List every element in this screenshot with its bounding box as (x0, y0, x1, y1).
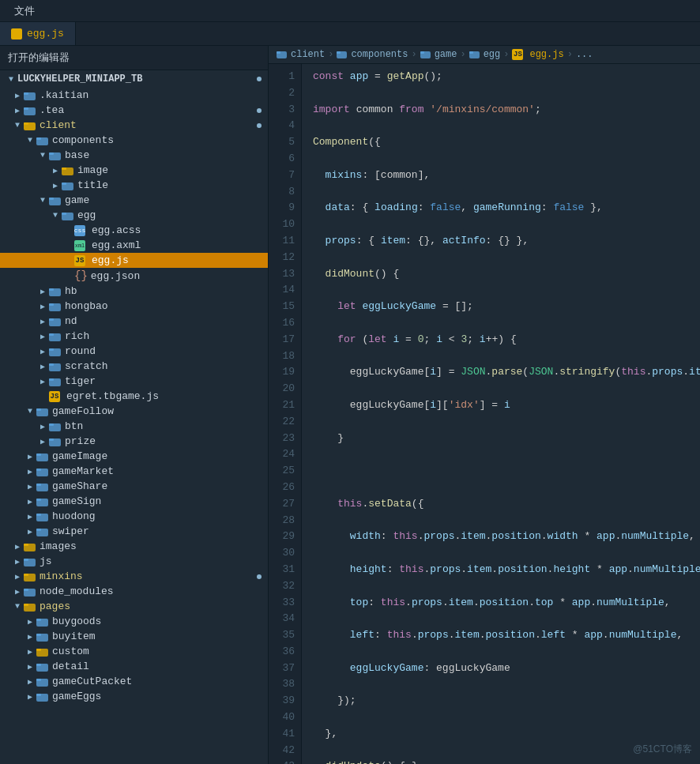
client-dot (257, 123, 262, 128)
folder-nd-label: nd (65, 315, 77, 327)
folder-client[interactable]: ▼ client (0, 118, 268, 133)
folder-detail[interactable]: ▶ detail (0, 659, 268, 674)
arrow-buyitem: ▶ (24, 632, 36, 642)
folder-title[interactable]: ▶ title (0, 178, 268, 193)
arrow-round: ▶ (36, 347, 49, 356)
folder-components-icon (36, 135, 49, 146)
arrow-gamesign: ▶ (24, 497, 36, 506)
folder-egg-label: egg (77, 209, 96, 221)
folder-pages-label: pages (40, 600, 70, 612)
file-egret-icon: JS (49, 391, 60, 402)
menu-file[interactable]: 文件 (8, 4, 41, 18)
folder-minxins-label: minxins (40, 570, 83, 582)
file-egret-tbgame[interactable]: ▶ JS egret.tbgame.js (0, 389, 268, 404)
folder-components[interactable]: ▼ components (0, 133, 268, 148)
folder-node-modules-label: node_modules (40, 585, 114, 597)
sidebar-tree[interactable]: ▼ LUCKYHELPER_MINIAPP_TB ▶ .kaitian ▶ .t… (0, 70, 268, 764)
project-root[interactable]: ▼ LUCKYHELPER_MINIAPP_TB (0, 70, 268, 88)
folder-hongbao[interactable]: ▶ hongbao (0, 299, 268, 314)
folder-gameeggs[interactable]: ▶ gameEggs (0, 689, 268, 704)
svg-rect-3 (24, 107, 28, 110)
arrow-gamemarket: ▶ (24, 467, 36, 476)
folder-image[interactable]: ▶ image (0, 163, 268, 178)
arrow-client: ▼ (11, 121, 24, 130)
folder-gameimage-icon (36, 451, 49, 462)
folder-scratch[interactable]: ▶ scratch (0, 359, 268, 374)
code-area[interactable]: 12345 678910 1112131415 1617181920 21222… (269, 64, 700, 764)
folder-gameshare[interactable]: ▶ gameShare (0, 479, 268, 494)
arrow-hb: ▶ (36, 287, 49, 296)
file-egg-js-label: egg.js (92, 254, 129, 266)
arrow-egg: ▼ (49, 211, 62, 220)
folder-gamesign-icon (36, 496, 49, 507)
project-name-label: LUCKYHELPER_MINIAPP_TB (17, 73, 142, 85)
folder-hongbao-icon (49, 301, 62, 312)
folder-images-label: images (40, 540, 77, 552)
file-egg-acss[interactable]: ▶ css egg.acss (0, 223, 268, 238)
folder-round[interactable]: ▶ round (0, 344, 268, 359)
folder-node-modules[interactable]: ▶ node_modules (0, 584, 268, 599)
tab-file-icon (11, 28, 22, 40)
folder-prize[interactable]: ▶ prize (0, 434, 268, 449)
folder-tiger[interactable]: ▶ tiger (0, 374, 268, 389)
folder-gamecutpacket-label: gameCutPacket (52, 676, 132, 687)
folder-btn[interactable]: ▶ btn (0, 419, 268, 434)
minxins-dot (257, 574, 262, 579)
svg-rect-57 (24, 589, 28, 591)
folder-kaitian[interactable]: ▶ .kaitian (0, 88, 268, 103)
folder-gamemarket[interactable]: ▶ gameMarket (0, 464, 268, 479)
folder-client-icon (24, 120, 36, 131)
folder-gamefollow[interactable]: ▼ gameFollow (0, 404, 268, 419)
svg-rect-41 (36, 469, 41, 471)
file-egg-js[interactable]: ▶ JS egg.js (0, 253, 268, 268)
folder-images[interactable]: ▶ images (0, 539, 268, 554)
folder-swiper[interactable]: ▶ swiper (0, 524, 268, 539)
file-egg-json-label: egg.json (91, 270, 140, 282)
folder-image-label: image (77, 164, 108, 176)
folder-hb[interactable]: ▶ hb (0, 284, 268, 299)
folder-gameimage[interactable]: ▶ gameImage (0, 449, 268, 464)
folder-custom[interactable]: ▶ custom (0, 644, 268, 659)
arrow-gameeggs: ▶ (24, 692, 36, 702)
svg-rect-35 (49, 423, 54, 426)
menu-bar: 文件 (0, 0, 700, 22)
arrow-huodong: ▶ (24, 512, 36, 521)
folder-rich[interactable]: ▶ rich (0, 329, 268, 344)
svg-rect-39 (36, 454, 41, 456)
folder-game[interactable]: ▼ game (0, 193, 268, 208)
folder-btn-label: btn (65, 420, 83, 432)
file-egg-json[interactable]: ▶ {} egg.json (0, 268, 268, 284)
arrow-hongbao: ▶ (36, 302, 49, 311)
folder-buyitem[interactable]: ▶ buyitem (0, 629, 268, 644)
folder-huodong[interactable]: ▶ huodong (0, 509, 268, 524)
folder-gamecutpacket[interactable]: ▶ gameCutPacket (0, 674, 268, 689)
file-egg-acss-label: egg.acss (92, 224, 141, 236)
arrow-egg-axml: ▶ (62, 241, 74, 250)
folder-gamesign[interactable]: ▶ gameSign (0, 494, 268, 509)
svg-rect-75 (337, 51, 341, 54)
breadcrumb-bar: client › components › game › egg › JS eg… (269, 46, 700, 64)
folder-scratch-icon (49, 361, 62, 372)
code-editor[interactable]: const app = getApp(); import common from… (302, 64, 700, 764)
sidebar-header-label: 打开的编辑器 (8, 51, 70, 65)
folder-buyitem-label: buyitem (52, 630, 96, 642)
svg-rect-19 (49, 288, 54, 291)
svg-rect-43 (36, 484, 41, 486)
sidebar: 打开的编辑器 ▼ LUCKYHELPER_MINIAPP_TB ▶ .kaiti… (0, 46, 269, 764)
folder-gameeggs-icon (36, 691, 49, 702)
folder-js[interactable]: ▶ js (0, 554, 268, 569)
folder-base[interactable]: ▼ base (0, 148, 268, 163)
folder-minxins-icon (24, 571, 36, 582)
folder-minxins[interactable]: ▶ minxins (0, 569, 268, 584)
folder-tiger-label: tiger (65, 375, 96, 387)
folder-egg[interactable]: ▼ egg (0, 208, 268, 223)
folder-pages[interactable]: ▼ pages (0, 599, 268, 614)
file-acss-icon: css (74, 225, 85, 236)
svg-rect-29 (49, 363, 54, 366)
folder-tea[interactable]: ▶ .tea (0, 103, 268, 118)
bc-sep-1: › (328, 49, 333, 60)
folder-buygoods[interactable]: ▶ buygoods (0, 614, 268, 629)
folder-nd[interactable]: ▶ nd (0, 314, 268, 329)
tab-egg-js[interactable]: egg.js (0, 22, 76, 45)
file-egg-axml[interactable]: ▶ xml egg.axml (0, 238, 268, 253)
